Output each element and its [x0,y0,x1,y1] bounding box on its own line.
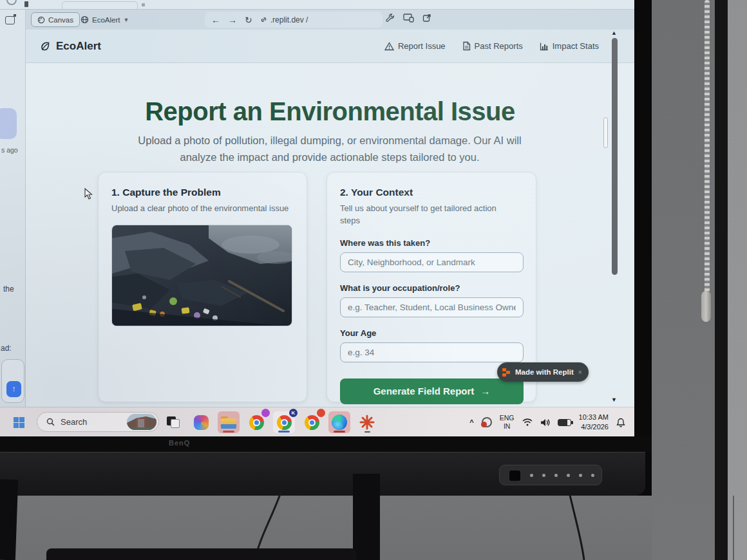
partial-dot [142,3,145,6]
running-indicator [223,431,234,433]
ir-sensor [509,471,520,481]
nav-past-reports[interactable]: Past Reports [462,41,523,51]
notification-bell-icon[interactable] [616,418,625,427]
chrome-profile1-button[interactable] [245,411,267,433]
globe-icon [80,15,89,24]
wrench-icon[interactable] [385,13,395,23]
made-with-replit-badge[interactable]: Made with Replit × [497,362,589,382]
monitor-button [567,474,570,477]
monitor-button [591,474,594,477]
chrome-profile-k-button[interactable]: K [273,411,295,433]
app-header: EcoAlert Report Issue Past Reports Impac… [26,30,634,63]
wall-dark-strip [715,0,728,560]
nav-impact-stats-label: Impact Stats [553,41,599,51]
ecoalert-page: EcoAlert Report Issue Past Reports Impac… [26,30,634,407]
warning-triangle-icon [384,42,394,51]
generate-report-label: Generate Field Report [374,386,475,397]
made-with-replit-label: Made with Replit [515,368,574,376]
stand-leg-left [0,479,18,560]
scroll-up-arrow[interactable]: ▲ [611,30,617,36]
wifi-icon[interactable] [522,418,533,426]
hanging-bead-chain [704,0,710,321]
reload-button[interactable]: ↻ [245,15,252,25]
badge-close-icon[interactable]: × [578,369,582,376]
annotation-app-button[interactable] [356,411,378,433]
running-indicator [334,431,345,433]
chat-text-fragment: the [3,285,14,294]
search-icon [46,418,55,426]
language-indicator[interactable]: ENG IN [500,414,515,431]
back-button[interactable]: ← [211,15,220,25]
page-scrollbar[interactable]: ▲ ▼ [609,30,621,407]
photo-of-monitor-scene: s ago the ad: ↑ Canvas EcoAlert ▼ ← → ↻ [0,0,747,560]
url-bar[interactable]: ← → ↻ .replit.dev / [205,12,383,28]
devices-icon[interactable] [403,14,414,23]
nav-past-reports-label: Past Reports [475,41,523,51]
browser-toolbar: Canvas EcoAlert ▼ ← → ↻ .replit.dev / [26,10,634,30]
windows-start-button[interactable] [14,417,24,428]
link-icon [260,16,267,23]
edge-button[interactable] [328,411,350,433]
monitor-button [579,474,582,477]
page-title: Report an Environmental Issue [26,97,634,126]
wall-light-section [728,0,747,560]
running-indicator [278,431,290,433]
tab-canvas[interactable]: Canvas [31,12,80,27]
tab-ecoalert-label: EcoAlert [92,16,120,24]
forward-button[interactable]: → [228,15,237,25]
monitor-screen: s ago the ad: ↑ Canvas EcoAlert ▼ ← → ↻ [0,0,634,436]
capture-card-subtitle: Upload a clear photo of the environmenta… [111,203,294,215]
nav-report-issue-label: Report Issue [398,41,446,51]
copilot-button[interactable] [190,411,212,433]
chevron-down-icon[interactable]: ▼ [123,17,129,23]
taskbar-clock[interactable]: 10:33 AM 4/3/2026 [579,413,609,432]
occupation-input[interactable] [340,297,524,317]
monitor-button [530,474,533,477]
task-view-button[interactable] [162,411,184,433]
monitor-bezel-bottom [0,436,652,452]
notification-app-icon[interactable] [482,417,492,427]
replit-chat-panel-fragment: s ago the ad: ↑ [0,10,26,407]
chrome-profile2-button[interactable] [301,411,323,433]
tab-canvas-label: Canvas [48,16,73,24]
tab-ecoalert[interactable]: EcoAlert ▼ [75,12,135,27]
taskbar-search[interactable]: Search [37,412,159,432]
nav-impact-stats[interactable]: Impact Stats [540,41,599,51]
partial-glyph [24,1,28,7]
scrollbar-thumb[interactable] [612,38,618,275]
location-field-label: Where was this taken? [340,238,523,248]
battery-icon[interactable] [558,419,571,426]
age-input[interactable] [340,342,524,362]
profile-badge [261,409,270,417]
stand-leg-center [353,474,380,560]
nav-report-issue[interactable]: Report Issue [384,41,446,51]
monitor-button [554,474,558,477]
inner-scroll-indicator [603,117,608,148]
app-brand[interactable]: EcoAlert [39,40,101,53]
search-label: Search [61,417,87,427]
open-external-icon[interactable] [422,14,431,23]
location-input[interactable] [340,252,524,272]
generate-field-report-button[interactable]: Generate Field Report → [340,378,524,404]
mouse-cursor [84,188,93,200]
url-text: .replit.dev / [270,15,308,24]
uploaded-pollution-photo[interactable] [111,225,292,326]
context-card-title: 2. Your Context [340,187,523,198]
wall-seam [733,496,734,560]
monitor-button [542,474,545,477]
chat-send-button[interactable]: ↑ [6,381,21,397]
volume-icon[interactable] [540,418,550,427]
comment-plus-icon[interactable] [5,16,15,24]
pollution-photo-graphic [112,225,292,326]
timestamp-fragment: s ago [1,146,18,154]
profile-k-badge: K [289,409,298,417]
clock-date: 4/3/2026 [581,423,609,431]
chat-text-fragment-2: ad: [1,344,12,353]
app-nav: Report Issue Past Reports Impact Stats [384,41,599,51]
scroll-down-arrow[interactable]: ▼ [611,397,617,403]
context-card-subtitle: Tell us about yourself to get tailored a… [340,203,501,227]
arrow-right-icon: → [480,386,490,397]
file-explorer-button[interactable] [218,411,240,433]
tray-expand-chevron[interactable]: ^ [469,418,473,426]
monitor-brand-logo: BenQ [169,439,190,447]
